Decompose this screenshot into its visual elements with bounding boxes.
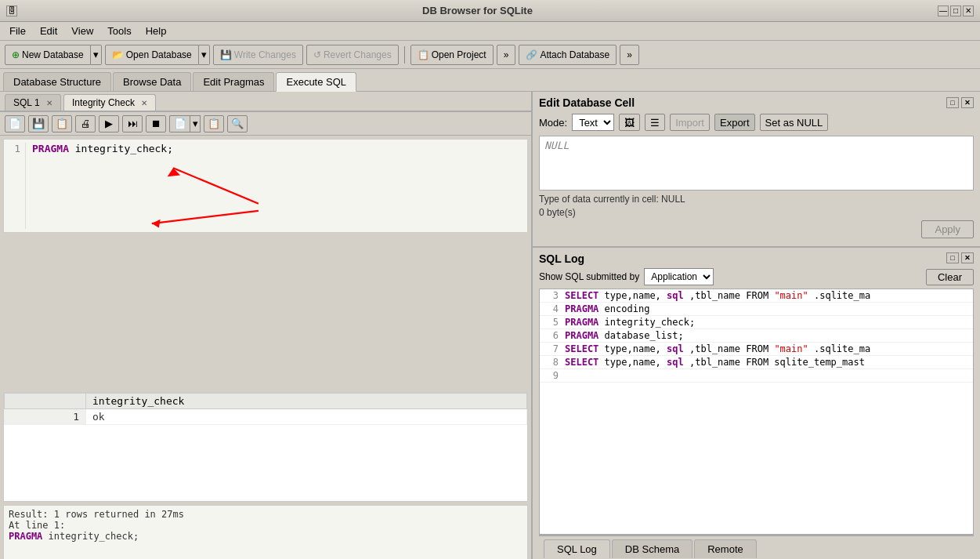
close-button[interactable]: ✕ bbox=[963, 5, 974, 16]
log-num-8: 8 bbox=[543, 357, 559, 368]
open-project-button[interactable]: 📋 Open Project bbox=[410, 45, 494, 65]
sql-tab-1[interactable]: SQL 1 ✕ bbox=[5, 94, 61, 111]
log-text-7: SELECT type,name, sql ,tbl_name FROM "ma… bbox=[565, 343, 970, 354]
new-database-button[interactable]: ⊕ New Database bbox=[5, 45, 91, 65]
log-text-5: PRAGMA integrity_check; bbox=[565, 317, 970, 328]
new-db-icon: ⊕ bbox=[12, 49, 20, 60]
log-text-6: PRAGMA database_list; bbox=[565, 330, 970, 341]
edit-cell-controls: □ ✕ bbox=[946, 97, 974, 108]
toolbar-more2[interactable]: » bbox=[620, 45, 639, 65]
result-row-1: 1 ok bbox=[5, 409, 527, 425]
new-tab-button[interactable]: 📄 bbox=[5, 115, 25, 132]
sql-log-header: SQL Log □ ✕ bbox=[539, 252, 974, 265]
step-button[interactable]: ⏭ bbox=[122, 115, 143, 132]
run-button[interactable]: ▶ bbox=[99, 115, 119, 132]
size-info: 0 byte(s) bbox=[539, 207, 974, 218]
tab-execute-sql[interactable]: Execute SQL bbox=[276, 72, 356, 92]
bottom-tab-db-schema[interactable]: DB Schema bbox=[612, 539, 693, 558]
menu-edit[interactable]: Edit bbox=[34, 24, 63, 38]
save-button[interactable]: 💾 bbox=[28, 115, 49, 132]
menu-help[interactable]: Help bbox=[139, 24, 173, 38]
type-info: Type of data currently in cell: NULL bbox=[539, 194, 974, 205]
sql-log-section: SQL Log □ ✕ Show SQL submitted by Applic… bbox=[533, 248, 980, 559]
new-database-arrow[interactable]: ▾ bbox=[91, 45, 102, 65]
results-table-container: integrity_check 1 ok bbox=[3, 392, 528, 502]
main-tab-bar: Database Structure Browse Data Edit Prag… bbox=[0, 69, 980, 92]
edit-cell-float[interactable]: □ bbox=[946, 97, 959, 108]
sql-tab-1-close[interactable]: ✕ bbox=[46, 99, 52, 107]
cell-value-display[interactable]: NULL bbox=[539, 136, 974, 191]
log-text-3: SELECT type,name, sql ,tbl_name FROM "ma… bbox=[565, 290, 970, 301]
sql-tab-integrity-close[interactable]: ✕ bbox=[141, 99, 147, 107]
result-cell-ok: ok bbox=[85, 409, 526, 425]
toolbar-separator bbox=[404, 46, 405, 64]
image-button[interactable]: 🖼 bbox=[619, 114, 640, 131]
sql-log-title: SQL Log bbox=[539, 252, 584, 265]
open-database-button[interactable]: 📂 Open Database bbox=[105, 45, 199, 65]
status-line-3: PRAGMA integrity_check; bbox=[9, 531, 523, 542]
tab-database-structure[interactable]: Database Structure bbox=[3, 72, 111, 91]
window-title: DB Browser for SQLite bbox=[422, 5, 533, 16]
log-text-4: PRAGMA encoding bbox=[565, 303, 970, 314]
apply-button[interactable]: Apply bbox=[921, 220, 974, 238]
sql-tab-integrity-check[interactable]: Integrity Check ✕ bbox=[63, 94, 156, 111]
log-text-8: SELECT type,name, sql ,tbl_name FROM sql… bbox=[565, 357, 970, 368]
tab-edit-pragmas[interactable]: Edit Pragmas bbox=[193, 72, 274, 91]
main-layout: SQL 1 ✕ Integrity Check ✕ 📄 💾 📋 🖨 ▶ ⏭ ⏹ … bbox=[0, 92, 980, 559]
filter-select[interactable]: Application bbox=[644, 268, 714, 285]
log-row-4: 4 PRAGMA encoding bbox=[540, 303, 973, 316]
more-button[interactable]: » bbox=[497, 45, 516, 65]
log-num-6: 6 bbox=[543, 330, 559, 341]
clear-button[interactable]: Clear bbox=[926, 269, 974, 285]
main-toolbar: ⊕ New Database ▾ 📂 Open Database ▾ 💾 Wri… bbox=[0, 41, 980, 69]
export-button[interactable]: Export bbox=[714, 114, 755, 131]
edit-cell-section: Edit Database Cell □ ✕ Mode: Text 🖼 ☰ Im… bbox=[533, 92, 980, 248]
find-button[interactable]: 🔍 bbox=[227, 115, 248, 132]
copy-arrow[interactable]: ▾ bbox=[190, 115, 201, 132]
menu-file[interactable]: File bbox=[3, 24, 32, 38]
write-changes-button[interactable]: 💾 Write Changes bbox=[213, 45, 303, 65]
right-panel: Edit Database Cell □ ✕ Mode: Text 🖼 ☰ Im… bbox=[533, 92, 980, 559]
table-button[interactable]: ☰ bbox=[645, 114, 665, 131]
log-num-5: 5 bbox=[543, 317, 559, 328]
bottom-tab-sql-log[interactable]: SQL Log bbox=[544, 539, 610, 558]
import-button[interactable]: Import bbox=[670, 114, 710, 131]
mode-select[interactable]: Text bbox=[572, 114, 614, 131]
menu-tools[interactable]: Tools bbox=[101, 24, 137, 38]
line-numbers: 1 bbox=[7, 143, 26, 229]
title-bar-left: 🗄 bbox=[6, 5, 17, 16]
edit-cell-close[interactable]: ✕ bbox=[961, 97, 974, 108]
open-database-arrow[interactable]: ▾ bbox=[199, 45, 210, 65]
log-row-7: 7 SELECT type,name, sql ,tbl_name FROM "… bbox=[540, 343, 973, 356]
log-row-5: 5 PRAGMA integrity_check; bbox=[540, 316, 973, 329]
set-null-button[interactable]: Set as NULL bbox=[760, 114, 829, 131]
results-table: integrity_check 1 ok bbox=[4, 393, 527, 425]
log-num-4: 4 bbox=[543, 303, 559, 314]
revert-changes-button[interactable]: ↺ Revert Changes bbox=[306, 45, 399, 65]
sql-code[interactable]: PRAGMA integrity_check; bbox=[32, 143, 524, 229]
revert-icon: ↺ bbox=[313, 49, 321, 60]
write-icon: 💾 bbox=[220, 49, 232, 60]
sql-log-float[interactable]: □ bbox=[946, 252, 959, 263]
window-icon[interactable]: 🗄 bbox=[6, 5, 17, 16]
tab-browse-data[interactable]: Browse Data bbox=[113, 72, 191, 91]
log-filter-row: Show SQL submitted by Application Clear bbox=[539, 268, 974, 285]
save-as-button[interactable]: 📋 bbox=[52, 115, 72, 132]
attach-database-button[interactable]: 🔗 Attach Database bbox=[519, 45, 617, 65]
sql-editor[interactable]: 1 PRAGMA integrity_check; bbox=[3, 139, 528, 233]
maximize-button[interactable]: □ bbox=[950, 5, 961, 16]
row-num-header bbox=[5, 394, 86, 409]
bottom-tab-remote[interactable]: Remote bbox=[694, 539, 757, 558]
log-area[interactable]: 3 SELECT type,name, sql ,tbl_name FROM "… bbox=[539, 289, 974, 535]
menu-view[interactable]: View bbox=[65, 24, 99, 38]
copy-button[interactable]: 📄 bbox=[169, 115, 190, 132]
left-panel: SQL 1 ✕ Integrity Check ✕ 📄 💾 📋 🖨 ▶ ⏭ ⏹ … bbox=[0, 92, 533, 559]
minimize-button[interactable]: — bbox=[938, 5, 949, 16]
print-button[interactable]: 🖨 bbox=[75, 115, 96, 132]
col-integrity-check: integrity_check bbox=[85, 394, 526, 409]
open-db-icon: 📂 bbox=[112, 49, 124, 60]
sql-log-close[interactable]: ✕ bbox=[961, 252, 974, 263]
stop-button[interactable]: ⏹ bbox=[146, 115, 166, 132]
sql-tab-bar: SQL 1 ✕ Integrity Check ✕ bbox=[0, 92, 531, 112]
paste-button[interactable]: 📋 bbox=[204, 115, 224, 132]
